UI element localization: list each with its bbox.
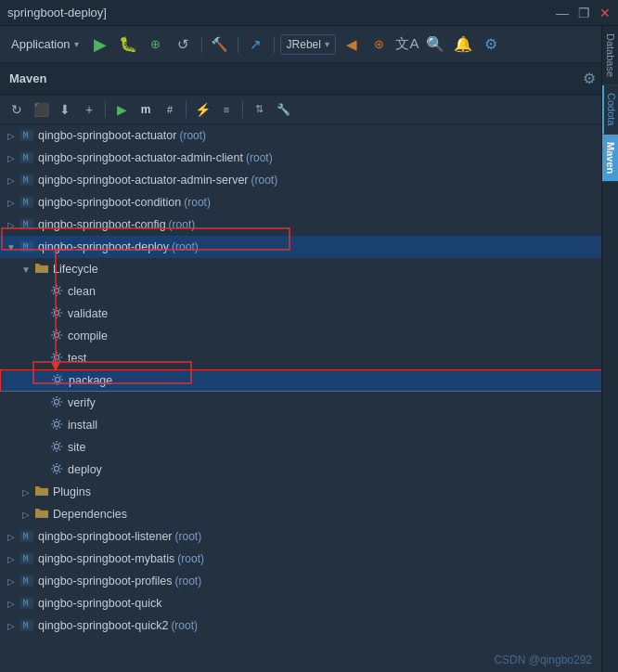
tab-codota[interactable]: Codota xyxy=(602,85,618,134)
tree-expand-icon[interactable]: ▷ xyxy=(4,153,19,163)
tree-expand-icon[interactable]: ▷ xyxy=(4,621,19,631)
gear-icon xyxy=(48,284,65,300)
tree-item-label: install xyxy=(68,419,97,432)
maven-run-button[interactable]: ▶ xyxy=(110,98,133,121)
module-icon: M xyxy=(19,617,35,635)
maven-wrench-button[interactable]: 🔧 xyxy=(272,98,294,121)
tree-expand-icon[interactable]: ▷ xyxy=(4,576,19,587)
tree-item[interactable]: ▼Lifecycle xyxy=(0,258,618,280)
tree-root-label: (root) xyxy=(172,240,199,253)
tree-item[interactable]: package xyxy=(0,369,618,392)
tree-item-label: Lifecycle xyxy=(53,263,98,276)
update-button[interactable]: ↗ xyxy=(244,32,268,57)
module-icon: M xyxy=(19,239,35,256)
maven-profiles-button[interactable]: ≡ xyxy=(215,98,238,121)
tree-item-label: qingbo-springboot-actuator xyxy=(38,129,176,142)
search-button[interactable]: 🔍 xyxy=(423,32,447,57)
tree-item[interactable]: ▷Dependencies xyxy=(0,503,618,525)
tree-expand-icon[interactable]: ▷ xyxy=(4,220,19,230)
tree-expand-icon[interactable]: ▷ xyxy=(4,554,19,564)
tree-expand-icon[interactable]: ▼ xyxy=(4,242,19,252)
maven-reimport-button[interactable]: ⬛ xyxy=(30,98,52,121)
maven-skip-tests-button[interactable]: # xyxy=(159,98,181,121)
tree-item[interactable]: clean xyxy=(0,280,618,303)
svg-point-14 xyxy=(55,332,59,337)
tree-item[interactable]: ▷Mqingbo-springboot-config (root) xyxy=(0,213,618,236)
svg-text:M: M xyxy=(23,554,29,563)
tree-item[interactable]: validate xyxy=(0,303,618,325)
tree-expand-icon[interactable]: ▷ xyxy=(19,487,33,498)
maven-toolbar: ↻ ⬛ ⬇ + ▶ m # ⚡ ≡ ⇅ 🔧 xyxy=(0,95,618,124)
tree-item[interactable]: deploy xyxy=(0,459,618,481)
tree-item[interactable]: verify xyxy=(0,392,618,414)
tree-item-label: qingbo-springboot-mybatis xyxy=(38,552,174,565)
tree-item[interactable]: compile xyxy=(0,325,618,347)
tree-item[interactable]: ▷Plugins xyxy=(0,481,618,503)
tree-item-label: validate xyxy=(68,307,108,320)
tree-item[interactable]: ▷Mqingbo-springboot-listener (root) xyxy=(0,525,618,548)
svg-text:M: M xyxy=(23,131,29,140)
application-dropdown[interactable]: Application ▾ xyxy=(6,32,84,58)
tree-item[interactable]: install xyxy=(0,414,618,436)
tree-expand-icon[interactable]: ▷ xyxy=(4,599,19,609)
reload-button[interactable]: ↺ xyxy=(172,32,196,57)
tree-item[interactable]: ▷Mqingbo-springboot-condition (root) xyxy=(0,191,618,213)
tree-item-label: qingbo-springboot-condition xyxy=(38,196,181,209)
tree-item-label: test xyxy=(68,352,86,365)
maximize-button[interactable]: ❐ xyxy=(578,6,590,20)
module-icon: M xyxy=(19,149,35,167)
tree-item[interactable]: site xyxy=(0,436,618,459)
tree-item[interactable]: ▷Mqingbo-springboot-quick2 (root) xyxy=(0,614,618,637)
maven-download-button[interactable]: ⬇ xyxy=(54,98,76,121)
build-button[interactable]: 🔨 xyxy=(208,32,232,57)
maven-refresh-button[interactable]: ↻ xyxy=(6,98,28,121)
tree-expand-icon[interactable]: ▷ xyxy=(4,198,19,208)
maven-sort-button[interactable]: ⇅ xyxy=(248,98,270,121)
maven-settings-button[interactable]: ⚙ xyxy=(583,70,596,87)
tree-item[interactable]: ▼Mqingbo-springboot-deploy (root) xyxy=(0,236,618,258)
folder-icon xyxy=(33,261,50,278)
tree-item-label: deploy xyxy=(68,463,102,476)
application-label: Application xyxy=(11,37,71,51)
jrebel-dropdown[interactable]: JRebel ▾ xyxy=(280,34,336,55)
jrebel-run-button[interactable]: ◀ xyxy=(340,32,364,57)
tree-item-label: qingbo-springboot-config xyxy=(38,218,166,231)
minimize-button[interactable]: — xyxy=(556,6,569,20)
tree-item[interactable]: test xyxy=(0,347,618,369)
tree-expand-icon[interactable]: ▼ xyxy=(19,265,33,275)
module-icon: M xyxy=(19,127,35,145)
run-button[interactable]: ▶ xyxy=(88,32,112,57)
gear-icon xyxy=(48,306,65,322)
maven-lightning-button[interactable]: ⚡ xyxy=(191,98,213,121)
tree-item-label: qingbo-springboot-deploy xyxy=(38,240,169,253)
tab-maven[interactable]: Maven xyxy=(602,135,618,182)
tree-item-label: Plugins xyxy=(53,485,91,498)
tree-expand-icon[interactable]: ▷ xyxy=(4,131,19,141)
tree-expand-icon[interactable]: ▷ xyxy=(4,532,19,542)
tree-root-label: (root) xyxy=(177,552,204,565)
maven-toolbar-separator1 xyxy=(105,101,106,118)
close-button[interactable]: ✕ xyxy=(599,6,611,20)
maven-toolbar-separator2 xyxy=(186,101,187,118)
maven-toolbar-separator3 xyxy=(242,101,243,118)
maven-lifecycle-button[interactable]: m xyxy=(135,98,157,121)
notification-button[interactable]: 🔔 xyxy=(451,32,475,57)
tree-item[interactable]: ▷Mqingbo-springboot-actuator (root) xyxy=(0,124,618,147)
debug-button[interactable]: 🐛 xyxy=(116,32,140,57)
run-with-coverage-button[interactable]: ⊕ xyxy=(144,32,168,57)
tree-expand-icon[interactable]: ▷ xyxy=(19,510,33,520)
tree-expand-icon[interactable]: ▷ xyxy=(4,175,19,186)
tree-item[interactable]: ▷Mqingbo-springboot-quick xyxy=(0,592,618,614)
tree-item[interactable]: ▷Mqingbo-springboot-actuator-admin-clien… xyxy=(0,147,618,169)
maven-add-button[interactable]: + xyxy=(78,98,100,121)
tree-item[interactable]: ▷Mqingbo-springboot-profiles (root) xyxy=(0,570,618,592)
codota-tab-label: Codota xyxy=(606,93,617,125)
tree-item[interactable]: ▷Mqingbo-springboot-actuator-admin-serve… xyxy=(0,169,618,191)
tree-item-label: verify xyxy=(68,396,96,409)
tree-item-label: qingbo-springboot-quick xyxy=(38,597,161,610)
jrebel-debug-button[interactable]: ⊛ xyxy=(367,32,392,57)
settings-icon[interactable]: ⚙ xyxy=(479,32,503,57)
tree-item[interactable]: ▷Mqingbo-springboot-mybatis (root) xyxy=(0,548,618,570)
translate-button[interactable]: 文A xyxy=(395,32,419,57)
tab-database[interactable]: Database xyxy=(602,26,618,85)
